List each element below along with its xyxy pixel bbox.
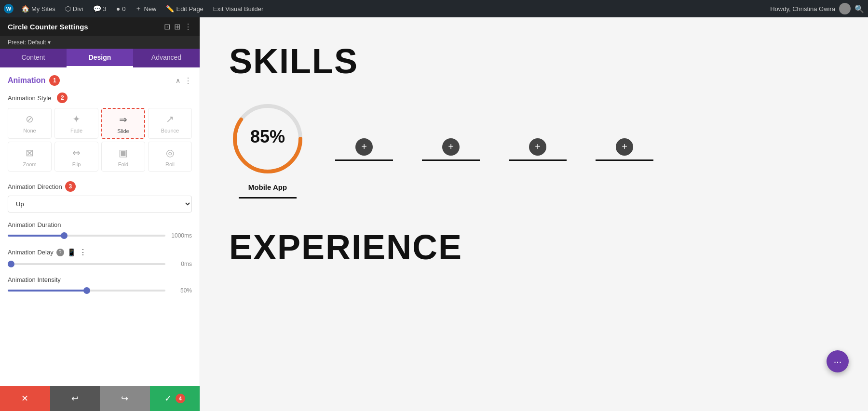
- panel-header-icons: ⊡ ⊞ ⋮: [164, 22, 192, 31]
- circle-counter: 85% Mobile App: [229, 100, 306, 199]
- circle-svg-container: 85%: [229, 100, 306, 177]
- add-skill-button-4[interactable]: +: [616, 138, 633, 156]
- new-button[interactable]: ＋ New: [133, 4, 158, 13]
- phone-icon[interactable]: 📱: [67, 248, 76, 257]
- animation-style-label: Animation Style 2: [8, 93, 192, 103]
- sidebar-icon[interactable]: ⊞: [174, 22, 180, 31]
- animation-duration-slider[interactable]: [8, 235, 165, 237]
- anim-option-flip[interactable]: ⇔ Flip: [54, 142, 98, 172]
- anim-option-none[interactable]: ⊘ None: [8, 108, 52, 139]
- exit-visual-builder-button[interactable]: Exit Visual Builder: [211, 5, 266, 13]
- divi-menu[interactable]: ⬡ Divi: [63, 5, 85, 13]
- placeholder-line-1: [335, 159, 393, 161]
- animation-intensity-slider[interactable]: [8, 290, 165, 292]
- flip-label: Flip: [72, 161, 81, 167]
- anim-option-bounce[interactable]: ↗ Bounce: [148, 108, 192, 139]
- animation-delay-section: Animation Delay ? 📱 ⋮ 0ms: [8, 248, 192, 267]
- skill-placeholder-3: +: [509, 138, 567, 161]
- redo-button[interactable]: ↪: [100, 386, 150, 411]
- fade-label: Fade: [70, 128, 82, 133]
- animation-duration-value: 1000ms: [170, 232, 192, 239]
- placeholder-line-3: [509, 159, 567, 161]
- anim-option-fade[interactable]: ✦ Fade: [54, 108, 98, 139]
- roll-label: Roll: [165, 161, 175, 167]
- animation-delay-label: Animation Delay: [8, 249, 54, 256]
- undo-button[interactable]: ↩: [50, 386, 100, 411]
- anim-option-roll[interactable]: ◎ Roll: [148, 142, 192, 172]
- animation-duration-row: 1000ms: [8, 232, 192, 239]
- animation-duration-label: Animation Duration: [8, 221, 192, 228]
- howdy-text: Howdy, Christina Gwira: [770, 5, 835, 13]
- animation-delay-label-row: Animation Delay ? 📱 ⋮: [8, 248, 192, 257]
- animation-direction-section: Animation Direction 3 Up Down Left Right: [8, 181, 192, 212]
- animation-style-grid: ⊘ None ✦ Fade ⇒ Slide ↗ Bounce: [8, 108, 192, 172]
- panel-header: Circle Counter Settings ⊡ ⊞ ⋮: [0, 17, 200, 36]
- preset-dropdown-icon: ▾: [48, 39, 51, 46]
- circle-label: Mobile App: [248, 183, 287, 191]
- preset-label: Preset: Default: [8, 39, 46, 46]
- skill-placeholder-4: +: [596, 138, 653, 161]
- section-controls: ∧ ⋮: [176, 76, 192, 85]
- bubbles-menu[interactable]: ● 0: [114, 5, 128, 13]
- experience-title: EXPERIENCE: [229, 227, 839, 267]
- main-layout: Circle Counter Settings ⊡ ⊞ ⋮ Preset: De…: [0, 17, 868, 411]
- comments-menu[interactable]: 💬 3: [91, 5, 108, 13]
- animation-delay-slider[interactable]: [8, 263, 165, 265]
- fold-icon: ▣: [119, 146, 128, 159]
- delay-options-icon[interactable]: ⋮: [79, 248, 87, 257]
- animation-delay-row: 0ms: [8, 261, 192, 267]
- none-label: None: [23, 128, 36, 133]
- section-title-row: Animation 1: [8, 75, 60, 86]
- tabs-row: Content Design Advanced: [0, 49, 200, 67]
- animation-delay-value: 0ms: [170, 261, 192, 267]
- collapse-icon[interactable]: ∧: [176, 77, 180, 84]
- none-icon: ⊘: [26, 112, 34, 126]
- animation-intensity-row: 50%: [8, 287, 192, 294]
- placeholder-line-2: [422, 159, 480, 161]
- skill-placeholder-2: +: [422, 138, 480, 161]
- circle-underline: [239, 197, 297, 199]
- search-icon[interactable]: 🔍: [854, 4, 864, 13]
- float-menu-button[interactable]: ···: [827, 350, 849, 372]
- bottom-toolbar: ✕ ↩ ↪ ✓ 4: [0, 386, 200, 411]
- more-options-icon[interactable]: ⋮: [184, 22, 192, 31]
- skill-placeholder-1: +: [335, 138, 393, 161]
- add-skill-button-2[interactable]: +: [442, 138, 460, 156]
- tab-advanced[interactable]: Advanced: [133, 49, 200, 67]
- my-sites-menu[interactable]: 🏠 My Sites: [19, 5, 57, 13]
- fade-icon: ✦: [72, 112, 81, 126]
- section-options-icon[interactable]: ⋮: [184, 76, 192, 85]
- window-icon[interactable]: ⊡: [164, 22, 170, 31]
- animation-style-badge: 2: [57, 93, 68, 103]
- slide-icon: ⇒: [119, 113, 127, 126]
- edit-page-button[interactable]: ✏️ Edit Page: [164, 5, 205, 13]
- save-badge: 4: [176, 394, 185, 403]
- save-checkmark: ✓: [164, 393, 172, 404]
- help-icon[interactable]: ?: [56, 249, 64, 256]
- right-content: SKILLS 85% Mobile App: [200, 17, 868, 411]
- placeholder-line-4: [596, 159, 653, 161]
- tab-design[interactable]: Design: [67, 49, 133, 67]
- direction-badge: 3: [65, 181, 76, 192]
- roll-icon: ◎: [166, 146, 174, 159]
- fold-label: Fold: [118, 161, 128, 167]
- anim-option-zoom[interactable]: ⊠ Zoom: [8, 142, 52, 172]
- animation-direction-select[interactable]: Up Down Left Right: [8, 196, 192, 212]
- flip-icon: ⇔: [72, 146, 81, 159]
- top-bar-right: Howdy, Christina Gwira 🔍: [770, 3, 864, 14]
- avatar[interactable]: [839, 3, 851, 14]
- left-panel: Circle Counter Settings ⊡ ⊞ ⋮ Preset: De…: [0, 17, 200, 411]
- add-skill-button-3[interactable]: +: [529, 138, 546, 156]
- cancel-button[interactable]: ✕: [0, 386, 50, 411]
- anim-option-fold[interactable]: ▣ Fold: [101, 142, 145, 172]
- anim-option-slide[interactable]: ⇒ Slide: [101, 108, 145, 139]
- bounce-label: Bounce: [161, 128, 179, 133]
- zoom-icon: ⊠: [26, 146, 34, 159]
- add-skill-button-1[interactable]: +: [355, 138, 373, 156]
- wordpress-logo[interactable]: W: [4, 4, 14, 13]
- animation-intensity-label: Animation Intensity: [8, 276, 192, 283]
- preset-bar[interactable]: Preset: Default ▾: [0, 36, 200, 49]
- save-button[interactable]: ✓ 4: [150, 386, 200, 411]
- tab-content[interactable]: Content: [0, 49, 67, 67]
- slide-label: Slide: [117, 128, 129, 134]
